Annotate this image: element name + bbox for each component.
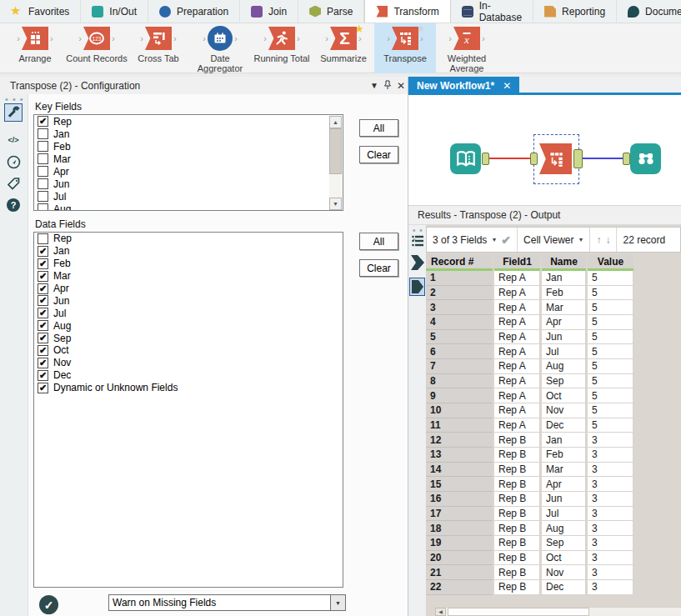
table-row[interactable]: 16Rep BJun3 <box>426 492 633 507</box>
browse-tool[interactable] <box>630 143 661 174</box>
column-header-field1[interactable]: Field1 <box>494 254 540 271</box>
data-fields-all-button[interactable]: All <box>359 233 398 250</box>
data-fields-clear-button[interactable]: Clear <box>359 259 398 277</box>
table-row[interactable]: 13Rep BFeb3 <box>426 448 633 463</box>
key-fields-list[interactable]: ▲ ▼ ✔RepJanFebMarAprJunJulAug <box>33 114 343 211</box>
tool-arrange[interactable]: ››Arrange <box>4 23 66 73</box>
table-row[interactable]: 22Rep BDec3 <box>426 580 633 595</box>
fields-selector-dropdown[interactable]: 3 of 3 Fields ▼ ✔ <box>427 233 517 247</box>
tab-parse[interactable]: Parse <box>298 0 364 23</box>
field-item-aug[interactable]: Aug <box>34 203 343 211</box>
transpose-input-anchor[interactable] <box>530 153 538 165</box>
field-item-jul[interactable]: ✔Jul <box>34 307 343 319</box>
field-item-feb[interactable]: Feb <box>34 140 343 153</box>
tool-date-aggregator[interactable]: ››Date Aggregator <box>189 23 251 73</box>
table-row[interactable]: 8Rep ASep5 <box>426 374 633 389</box>
table-row[interactable]: 3Rep AMar5 <box>426 300 633 315</box>
tab-reporting[interactable]: Reporting <box>533 0 617 23</box>
input-output-anchor[interactable] <box>482 153 489 165</box>
data-arrow-icon[interactable] <box>411 255 424 273</box>
checkbox[interactable]: ✔ <box>38 116 48 127</box>
tab-documentation[interactable]: Documentation <box>617 0 681 23</box>
column-header-name[interactable]: Name <box>542 254 586 271</box>
field-item-mar[interactable]: Mar <box>34 153 343 165</box>
navigation-compass-icon[interactable] <box>4 153 23 171</box>
field-item-jul[interactable]: Jul <box>34 190 343 203</box>
tool-transpose[interactable]: ★››Transpose <box>374 23 436 73</box>
field-item-dynamic-or-unknown-fields[interactable]: ✔Dynamic or Unknown Fields <box>34 382 343 394</box>
checkbox[interactable] <box>38 141 48 152</box>
field-item-jun[interactable]: ✔Jun <box>34 294 343 307</box>
apply-check-icon[interactable]: ✓ <box>39 595 58 614</box>
sort-up-icon[interactable]: ↑ <box>596 234 601 246</box>
checkbox[interactable]: ✔ <box>38 246 48 257</box>
table-row[interactable]: 18Rep BAug3 <box>426 521 633 536</box>
data-fields-list[interactable]: Rep✔Jan✔Feb✔Mar✔Apr✔Jun✔Jul✔Aug✔Sep✔Oct✔… <box>33 232 343 588</box>
table-row[interactable]: 17Rep BJul3 <box>426 507 633 522</box>
configuration-wrench-icon[interactable] <box>4 103 23 122</box>
pin-icon[interactable] <box>381 80 394 92</box>
tab-join[interactable]: Join <box>240 0 298 23</box>
tab-transform[interactable]: Transform <box>364 0 450 23</box>
table-row[interactable]: 15Rep BApr3 <box>426 477 633 492</box>
hscroll-thumb[interactable] <box>448 608 589 616</box>
scroll-up-icon[interactable]: ▲ <box>329 116 342 128</box>
tab-favorites[interactable]: Favorites <box>0 0 81 23</box>
tool-running-total[interactable]: ››Running Total <box>251 23 313 73</box>
table-row[interactable]: 19Rep BSep3 <box>426 536 633 551</box>
field-item-mar[interactable]: ✔Mar <box>34 270 343 283</box>
table-row[interactable]: 20Rep BOct3 <box>426 551 633 566</box>
checkbox[interactable] <box>38 166 48 177</box>
table-row[interactable]: 6Rep AJul5 <box>426 344 633 359</box>
panel-menu-icon[interactable]: ▼ <box>368 81 381 90</box>
field-item-feb[interactable]: ✔Feb <box>34 258 343 270</box>
field-item-rep[interactable]: ✔Rep <box>34 115 343 128</box>
checkbox[interactable]: ✔ <box>38 258 48 269</box>
table-row[interactable]: 11Rep ADec5 <box>426 418 633 433</box>
table-row[interactable]: 1Rep AJan5 <box>426 271 633 286</box>
checkbox[interactable]: ✔ <box>38 283 48 294</box>
tab-in-database[interactable]: In-Database <box>451 0 533 23</box>
missing-fields-dropdown[interactable]: Warn on Missing Fields ▼ <box>108 594 346 611</box>
field-item-rep[interactable]: Rep <box>34 233 343 245</box>
field-item-oct[interactable]: ✔Oct <box>34 344 343 357</box>
table-row[interactable]: 7Rep AAug5 <box>426 359 633 374</box>
field-item-apr[interactable]: Apr <box>34 165 343 178</box>
transpose-output-anchor[interactable] <box>573 149 583 168</box>
scrollbar-thumb[interactable] <box>329 128 342 174</box>
checkbox[interactable]: ✔ <box>38 308 48 318</box>
column-header-record-[interactable]: Record # <box>426 254 493 271</box>
column-header-value[interactable]: Value <box>588 254 633 271</box>
cell-viewer-dropdown[interactable]: Cell Viewer ▼ <box>518 234 589 246</box>
browse-input-anchor[interactable] <box>623 153 630 165</box>
workflow-tab-close-icon[interactable]: ✕ <box>503 80 511 92</box>
tab-preparation[interactable]: Preparation <box>148 0 240 23</box>
checkbox[interactable] <box>38 178 48 189</box>
connection-input-to-transpose[interactable] <box>489 158 533 159</box>
field-item-nov[interactable]: ✔Nov <box>34 357 343 369</box>
field-item-jun[interactable]: Jun <box>34 178 343 190</box>
tag-icon[interactable] <box>4 174 23 193</box>
table-row[interactable]: 5Rep AJun5 <box>426 330 633 345</box>
checkbox[interactable]: ✔ <box>38 295 48 306</box>
close-icon[interactable]: ✕ <box>394 80 408 92</box>
field-item-jan[interactable]: ✔Jan <box>34 245 343 258</box>
tool-cross-tab[interactable]: ››Cross Tab <box>128 23 189 73</box>
tab-in-out[interactable]: In/Out <box>81 0 148 23</box>
table-row[interactable]: 12Rep BJan3 <box>426 433 633 448</box>
checkbox[interactable] <box>38 233 48 244</box>
table-row[interactable]: 21Rep BNov3 <box>426 565 633 580</box>
output-anchor-selector[interactable] <box>409 278 425 296</box>
connection-transpose-to-browse[interactable] <box>583 158 623 159</box>
checkbox[interactable] <box>38 153 48 164</box>
checkbox[interactable] <box>38 128 48 139</box>
field-item-jan[interactable]: Jan <box>34 128 343 140</box>
checkbox[interactable]: ✔ <box>38 345 48 356</box>
table-row[interactable]: 4Rep AApr5 <box>426 315 633 330</box>
checkbox[interactable]: ✔ <box>38 271 48 282</box>
field-item-apr[interactable]: ✔Apr <box>34 283 343 295</box>
tool-count-records[interactable]: ›123›Count Records <box>66 23 128 73</box>
input-data-tool[interactable] <box>450 143 481 174</box>
scroll-left-icon[interactable]: ◀ <box>435 608 446 616</box>
table-row[interactable]: 9Rep AOct5 <box>426 388 633 403</box>
